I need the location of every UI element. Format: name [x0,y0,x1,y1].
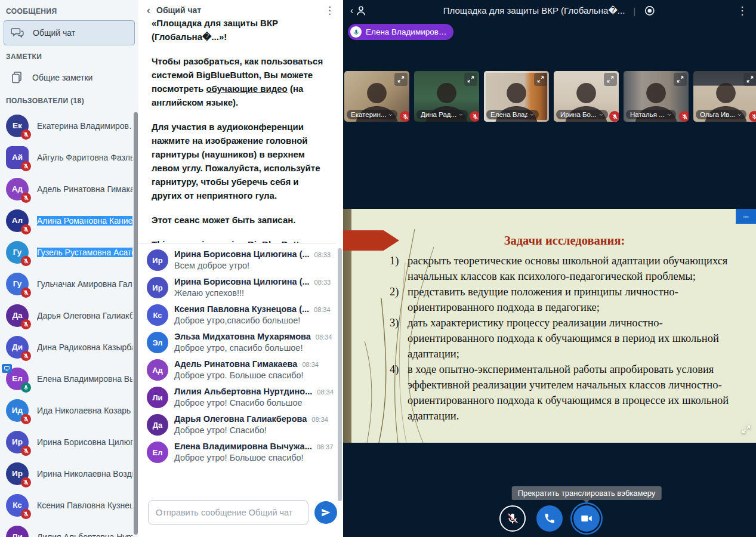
mic-on-icon [350,26,362,38]
sidebar: СООБЩЕНИЯ Общий чат ЗАМЕТКИ Общие заметк… [0,0,138,537]
user-list-item[interactable]: Ли Лилия Альбертовна Нуртди… [0,521,138,537]
stop-webcam-button[interactable] [573,505,600,532]
fullscreen-icon[interactable] [394,73,408,86]
user-list-item[interactable]: Ал Алина Романовна Каниева [0,205,138,236]
message-sender: Адель Ринатовна Гимакаева [174,359,297,369]
fullscreen-icon[interactable] [674,73,687,86]
webcam-name-dropdown[interactable]: Ольга Ив... [696,110,746,119]
user-list-item[interactable]: Ир Ирина Николаевна Воздвиж… [0,458,138,489]
chevron-down-icon [737,112,742,118]
message-text: Доброе утро! Большое спасибо! [174,453,333,462]
slide-arrow-decoration [343,230,399,251]
message-sender: Лилия Альбертовна Нуртдино... [174,387,312,396]
webcam-strip: Екатерин... Дина Рад... Елена Влад... Ир… [344,71,756,122]
sidebar-item-public-chat[interactable]: Общий чат [4,20,135,45]
message-input[interactable] [148,500,308,525]
screenshare-icon [2,364,12,373]
mic-muted-badge [21,319,31,329]
options-menu-icon[interactable]: ⋮ [737,4,748,17]
avatar: Ел [147,442,168,463]
webcam-name-dropdown[interactable]: Дина Рад... [416,110,468,119]
avatar: Ли [6,526,29,537]
mic-muted-badge [21,256,31,266]
message-time: 08:37 [317,443,334,450]
mic-muted-badge [21,414,31,424]
presentation-slide: Задачи исследования: 1)раскрыть теоретич… [343,209,756,443]
chat-welcome-message: «Площадка для защиты ВКР (Глобальна�...»… [138,20,336,243]
chat-scrollbar[interactable] [338,248,342,501]
user-list-item[interactable]: Ир Ирина Борисовна Цилюгина… [0,426,138,458]
slide-task-list: 1)раскрыть теоретические основы школьной… [390,253,742,424]
webcam-name-dropdown[interactable]: Елена Влад... [486,110,539,119]
message-sender: Ирина Борисовна Цилюгина (... [174,249,310,259]
mic-muted-badge [21,224,31,234]
avatar-initials: Кс [13,501,22,510]
webcam-tile: Ольга Ив... [693,71,756,122]
chat-message: Кс Ксения Павловна Кузнецова (...08:34До… [147,304,334,326]
message-sender: Эльза Мидхатовна Мухарямова [174,332,311,341]
fullscreen-icon[interactable] [464,73,477,86]
message-time: 08:33 [314,251,331,258]
avatar-initials: Ид [12,406,23,415]
user-list-scrollbar[interactable] [134,112,138,535]
fullscreen-presentation-icon[interactable] [741,424,751,437]
message-sender: Дарья Олеговна Галиакберова [174,414,307,424]
mic-muted-badge [679,111,689,122]
slide-list-item: 4)в ходе опытно-экспериментальной работы… [390,362,742,424]
chat-message: Ад Адель Ринатовна Гимакаева08:34Доброе … [147,359,334,381]
unmute-microphone-button[interactable] [499,505,526,532]
avatar: Кс [147,304,168,326]
avatar: Да [147,414,168,436]
welcome-p2: Чтобы разобраться, как пользоваться сист… [152,54,330,109]
leave-audio-button[interactable] [536,505,563,532]
sidebar-item-shared-notes[interactable]: Общие заметки [4,66,135,90]
bigbluebutton-link[interactable]: BigBlueButton [248,239,310,243]
message-time: 08:34 [302,361,319,368]
fullscreen-icon[interactable] [604,73,617,86]
avatar: Ир [6,431,29,453]
user-list-item[interactable]: Ай Айгуль Фаритовна Фазлыев… [0,141,138,173]
users-section-header: ПОЛЬЗОВАТЕЛИ (18) [6,97,132,105]
user-name: Ирина Борисовна Цилюгина… [37,437,132,447]
chat-options-menu-icon[interactable]: ⋮ [325,5,335,16]
chevron-left-icon: ‹ [350,5,353,16]
send-message-button[interactable] [314,501,337,524]
avatar: Ад [147,359,168,381]
webcam-name-dropdown[interactable]: Ирина Бо... [556,110,608,119]
user-list-item[interactable]: Гу Гузель Рустамовна Асатова [0,236,138,268]
chat-message: Ел Елена Владимировна Вычужа...08:37Добр… [147,442,334,463]
user-name: Ксения Павловна Кузнецов… [37,501,132,510]
user-list-item[interactable]: Ид Ида Николаевна Козарь (Ег… [0,394,138,426]
user-name: Лилия Альбертовна Нуртди… [37,532,132,537]
fullscreen-icon[interactable] [534,73,547,86]
minimize-presentation-button[interactable]: – [736,209,756,224]
avatar-initials: Гу [13,248,22,257]
user-list-item[interactable]: Кс Ксения Павловна Кузнецов… [0,489,138,521]
user-list-item[interactable]: Ад Адель Ринатовна Гимакаева [0,173,138,205]
user-list-item[interactable]: Ек Екатерина Владимиров… (Вы) [0,110,138,141]
chevron-down-icon [598,112,604,118]
mic-muted-badge [749,111,756,122]
avatar: Ли [147,387,168,408]
user-list-item[interactable]: Да Дарья Олеговна Галиакбер… [0,300,138,331]
avatar-initials: Ди [12,342,23,351]
user-list-item-presenter[interactable]: Ел Елена Владимировна Вычу… [0,363,138,394]
chat-back-icon[interactable]: ‹ [147,5,150,16]
tutorial-videos-link[interactable]: обучающие видео [206,84,287,94]
user-list-item[interactable]: Гу Гульчачак Амировна Галим… [0,268,138,300]
webcam-tile: Екатерин... [344,71,409,122]
user-name: Адель Ринатовна Гимакаева [37,184,132,194]
user-list-item[interactable]: Ди Дина Радиковна Казырбаев… [0,331,138,363]
welcome-p5: This server is running BigBlueButton. [152,237,330,243]
action-bar [499,505,600,532]
person-icon [354,4,368,17]
chevron-down-icon [529,112,535,118]
webcam-name-dropdown[interactable]: Наталья ... [626,110,676,119]
user-name: Ида Николаевна Козарь (Ег… [37,406,132,415]
toggle-user-list-button[interactable]: ‹ [350,4,368,17]
webcam-name-dropdown[interactable]: Екатерин... [347,110,397,119]
recording-indicator[interactable] [644,5,656,17]
message-time: 08:34 [317,388,334,396]
fullscreen-icon[interactable] [743,73,756,86]
current-talker-pill[interactable]: Елена Владимиров… [348,24,453,40]
